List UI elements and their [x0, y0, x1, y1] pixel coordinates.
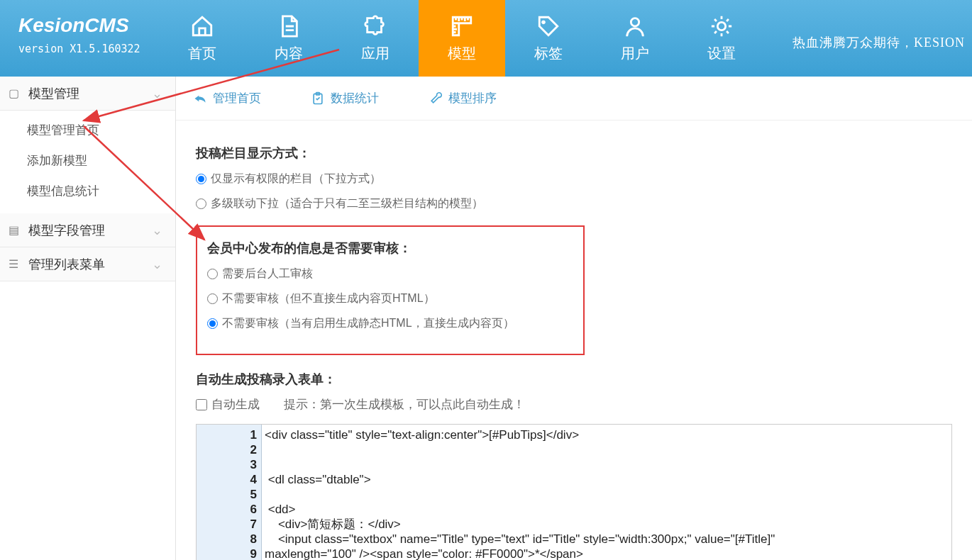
subnav-model-sort[interactable]: 模型排序 [429, 90, 497, 106]
section1-title: 投稿栏目显示方式： [196, 145, 952, 162]
list-icon: ▤ [9, 213, 21, 247]
wrench-icon [429, 91, 443, 106]
user-icon [623, 14, 647, 38]
code-text[interactable]: <div class="title" style="text-align:cen… [262, 425, 951, 560]
sidebar: ▢ 模型管理 ⌄ 模型管理首页 添加新模型 模型信息统计 ▤ 模型字段管理 ⌄ … [0, 77, 176, 560]
tag-icon [536, 14, 560, 38]
auto-generate-hint: 提示：第一次生成模板，可以点此自动生成！ [284, 396, 525, 413]
nav-apps[interactable]: 应用 [332, 0, 419, 77]
code-gutter: 12345678910 [197, 425, 262, 560]
radio-display-permitted[interactable]: 仅显示有权限的栏目（下拉方式） [196, 172, 952, 186]
top-nav: 首页 内容 应用 模型 标签 用户 设置 [159, 0, 765, 77]
svg-point-0 [631, 18, 639, 26]
chevron-down-icon: ⌄ [152, 213, 162, 247]
chevron-down-icon: ⌄ [152, 77, 162, 111]
section2-title: 会员中心发布的信息是否需要审核： [207, 240, 573, 257]
ruler-icon [450, 14, 474, 38]
radio-review-manual[interactable]: 需要后台人工审核 [207, 267, 573, 281]
subnav-data-stats[interactable]: 数据统计 [311, 90, 379, 106]
top-right-text: 热血沸腾万众期待，KESION [792, 34, 965, 51]
home-icon [190, 14, 214, 38]
code-editor[interactable]: 12345678910 <div class="title" style="te… [196, 424, 952, 560]
radio-display-cascade[interactable]: 多级联动下拉（适合于只有二至三级栏目结构的模型） [196, 196, 952, 211]
app-title: KesionCMS [18, 14, 140, 37]
nav-settings[interactable]: 设置 [678, 0, 765, 77]
section3-title: 自动生成投稿录入表单： [196, 371, 952, 388]
svg-point-1 [717, 22, 725, 30]
nav-home[interactable]: 首页 [159, 0, 245, 77]
reply-icon [193, 91, 207, 106]
nav-tags[interactable]: 标签 [505, 0, 592, 77]
checkbox-auto-generate[interactable]: 自动生成 [196, 396, 260, 413]
sidebar-item-add-model[interactable]: 添加新模型 [0, 145, 175, 176]
sidebar-item-model-home[interactable]: 模型管理首页 [0, 115, 175, 145]
subnav-manage-home[interactable]: 管理首页 [193, 90, 261, 106]
radio-review-no-html[interactable]: 不需要审核（但不直接生成内容页HTML） [207, 291, 573, 306]
nav-model[interactable]: 模型 [419, 0, 505, 77]
sidebar-group-field-manage[interactable]: ▤ 模型字段管理 ⌄ [0, 213, 175, 247]
subnav: 管理首页 数据统计 模型排序 [176, 77, 972, 121]
radio-review-gen-html[interactable]: 不需要审核（当有启用生成静态HTML，直接生成内容页） [207, 316, 573, 331]
sidebar-group-list-menu[interactable]: ☰ 管理列表菜单 ⌄ [0, 247, 175, 281]
cube-icon: ▢ [9, 77, 21, 111]
clipboard-icon [311, 91, 325, 106]
nav-users[interactable]: 用户 [592, 0, 678, 77]
review-box: 会员中心发布的信息是否需要审核： 需要后台人工审核 不需要审核（但不直接生成内容… [196, 225, 585, 355]
menu-icon: ☰ [9, 247, 21, 281]
app-version: version X1.5.160322 [18, 43, 140, 55]
sidebar-item-model-stats[interactable]: 模型信息统计 [0, 176, 175, 206]
gear-icon [709, 14, 734, 38]
nav-content[interactable]: 内容 [245, 0, 332, 77]
sidebar-group-model-manage[interactable]: ▢ 模型管理 ⌄ [0, 77, 175, 111]
doc-icon [277, 14, 301, 38]
puzzle-icon [363, 14, 387, 38]
topbar: KesionCMS version X1.5.160322 首页 内容 应用 模… [0, 0, 972, 77]
logo-block: KesionCMS version X1.5.160322 [0, 0, 159, 77]
content-area: 管理首页 数据统计 模型排序 投稿栏目显示方式： 仅显示有权限的栏目（下拉方式）… [176, 77, 972, 560]
chevron-down-icon: ⌄ [152, 247, 162, 281]
